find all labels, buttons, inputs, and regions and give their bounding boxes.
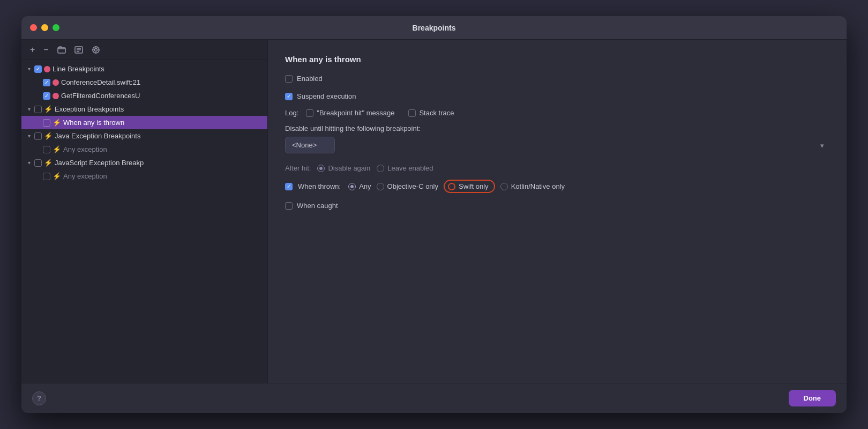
- disable-until-label: Disable until hitting the following brea…: [285, 124, 829, 132]
- enabled-label: Enabled: [297, 75, 323, 83]
- radio-swift-only-highlighted[interactable]: Swift only: [444, 180, 495, 193]
- item-when-any-thrown[interactable]: ⚡ When any is thrown: [21, 116, 267, 129]
- item-checkbox[interactable]: [43, 146, 50, 153]
- group-checkbox[interactable]: [34, 106, 42, 113]
- group-checkbox[interactable]: [34, 132, 42, 140]
- radio-objc-label: Objective-C only: [387, 182, 438, 190]
- item-label: GetFilteredConferencesU: [61, 92, 140, 100]
- sidebar-toolbar: + −: [21, 40, 267, 60]
- close-button[interactable]: [30, 24, 37, 31]
- target-button[interactable]: [89, 45, 102, 55]
- radio-kotlin-label: Kotlin/Native only: [511, 182, 565, 190]
- radio-leave-enabled-circle[interactable]: [377, 165, 384, 172]
- chevron-icon: ▾: [26, 66, 32, 72]
- log-breakpoint-hit-checkbox[interactable]: [306, 109, 313, 117]
- log-stack-trace-label: Stack trace: [419, 109, 454, 117]
- group-label: Java Exception Breakpoints: [55, 132, 140, 140]
- bottom-bar: ? Done: [21, 383, 847, 413]
- group-checkbox[interactable]: [34, 159, 42, 167]
- breakpoint-dot-icon: [53, 79, 59, 86]
- radio-kotlin-circle[interactable]: [500, 183, 508, 190]
- item-label: When any is thrown: [63, 119, 124, 127]
- sidebar: + −: [21, 40, 268, 383]
- folder-button[interactable]: [55, 45, 68, 55]
- lightning-dim-icon: ⚡: [53, 146, 61, 153]
- lightning-icon: ⚡: [44, 132, 53, 139]
- minimize-button[interactable]: [41, 24, 48, 31]
- titlebar: Breakpoints: [21, 16, 847, 40]
- lightning-icon: ⚡: [44, 159, 53, 166]
- radio-swift-circle[interactable]: [448, 183, 455, 190]
- add-breakpoint-button[interactable]: +: [28, 44, 37, 56]
- when-caught-label: When caught: [297, 202, 338, 210]
- main-window: Breakpoints + −: [21, 16, 847, 413]
- when-thrown-checkbox[interactable]: [285, 183, 293, 190]
- log-breakpoint-hit-item: "Breakpoint hit" message: [306, 109, 394, 117]
- when-thrown-label: When thrown:: [298, 182, 341, 190]
- radio-swift-label: Swift only: [459, 182, 489, 190]
- item-label: Any exception: [63, 172, 107, 180]
- suspend-execution-checkbox[interactable]: [285, 93, 293, 100]
- dropdown-row: <None>: [285, 137, 829, 153]
- done-button[interactable]: Done: [789, 390, 836, 406]
- item-label: ConferenceDetail.swift:21: [61, 78, 140, 86]
- item-get-filtered[interactable]: GetFilteredConferencesU: [21, 89, 267, 102]
- radio-any[interactable]: Any: [348, 182, 371, 190]
- radio-disable-again[interactable]: Disable again: [317, 164, 370, 172]
- log-row: Log: "Breakpoint hit" message Stack trac…: [285, 109, 829, 117]
- maximize-button[interactable]: [53, 24, 59, 31]
- group-java-breakpoints[interactable]: ▾ ⚡ Java Exception Breakpoints: [21, 129, 267, 143]
- help-button[interactable]: ?: [32, 391, 46, 405]
- radio-kotlin-only[interactable]: Kotlin/Native only: [500, 182, 565, 190]
- lightning-dim-icon: ⚡: [53, 173, 61, 180]
- group-js-breakpoints[interactable]: ▾ ⚡ JavaScript Exception Breakp: [21, 156, 267, 169]
- enabled-row: Enabled: [285, 73, 829, 84]
- dropdown-wrapper: <None>: [285, 137, 829, 153]
- radio-disable-again-circle[interactable]: [317, 165, 325, 172]
- group-label: JavaScript Exception Breakp: [55, 159, 144, 167]
- breakpoint-dot-icon: [44, 66, 50, 72]
- item-conference-detail[interactable]: ConferenceDetail.swift:21: [21, 76, 267, 89]
- radio-disable-again-label: Disable again: [328, 164, 370, 172]
- right-panel: When any is thrown Enabled Suspend execu…: [268, 40, 847, 383]
- radio-objc-only[interactable]: Objective-C only: [377, 182, 438, 190]
- chevron-icon: ▾: [26, 106, 32, 112]
- radio-any-circle[interactable]: [348, 183, 356, 190]
- disable-until-dropdown[interactable]: <None>: [285, 137, 335, 153]
- log-breakpoint-hit-label: "Breakpoint hit" message: [317, 109, 394, 117]
- lightning-icon: ⚡: [53, 119, 61, 126]
- log-stack-trace-item: Stack trace: [408, 109, 454, 117]
- group-exception-breakpoints[interactable]: ▾ ⚡ Exception Breakpoints: [21, 102, 267, 116]
- group-label: Exception Breakpoints: [55, 105, 124, 113]
- group-label: Line Breakpoints: [53, 65, 104, 73]
- sidebar-list: ▾ Line Breakpoints ConferenceDetail.swif…: [21, 60, 267, 383]
- disable-until-section: Disable until hitting the following brea…: [285, 124, 829, 157]
- lightning-icon: ⚡: [44, 106, 53, 113]
- item-checkbox[interactable]: [43, 92, 50, 100]
- radio-objc-circle[interactable]: [377, 183, 384, 190]
- radio-any-label: Any: [359, 182, 371, 190]
- chevron-icon: ▾: [26, 160, 32, 166]
- suspend-execution-label: Suspend execution: [297, 92, 356, 100]
- main-content: + −: [21, 40, 847, 383]
- suspend-execution-row: Suspend execution: [285, 91, 829, 101]
- chevron-icon: ▾: [26, 133, 32, 139]
- group-checkbox[interactable]: [34, 65, 42, 73]
- item-checkbox[interactable]: [43, 173, 50, 180]
- traffic-lights: [30, 24, 59, 31]
- when-caught-checkbox[interactable]: [285, 202, 293, 210]
- edit-breakpoint-button[interactable]: [72, 45, 85, 55]
- remove-breakpoint-button[interactable]: −: [41, 44, 50, 56]
- enabled-checkbox[interactable]: [285, 75, 293, 83]
- item-js-any[interactable]: ⚡ Any exception: [21, 169, 267, 183]
- window-title: Breakpoints: [413, 24, 456, 32]
- log-label: Log:: [285, 109, 298, 117]
- item-checkbox[interactable]: [43, 79, 50, 86]
- group-line-breakpoints[interactable]: ▾ Line Breakpoints: [21, 62, 267, 76]
- when-caught-row: When caught: [285, 201, 829, 211]
- log-stack-trace-checkbox[interactable]: [408, 109, 416, 117]
- item-java-any[interactable]: ⚡ Any exception: [21, 143, 267, 156]
- radio-leave-enabled[interactable]: Leave enabled: [377, 164, 433, 172]
- item-checkbox[interactable]: [43, 119, 50, 127]
- when-thrown-row: When thrown: Any Objective-C only Swif: [285, 180, 829, 193]
